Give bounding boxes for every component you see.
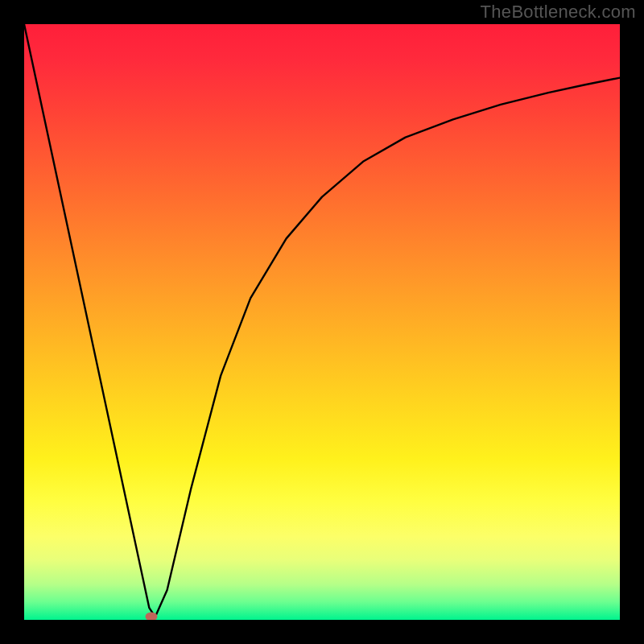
curve-svg [24, 24, 620, 620]
plot-area [24, 24, 620, 620]
watermark-text: TheBottleneck.com [481, 2, 636, 23]
bottleneck-marker [145, 612, 157, 620]
chart-frame: TheBottleneck.com [0, 0, 644, 644]
bottleneck-curve-path [24, 24, 620, 617]
